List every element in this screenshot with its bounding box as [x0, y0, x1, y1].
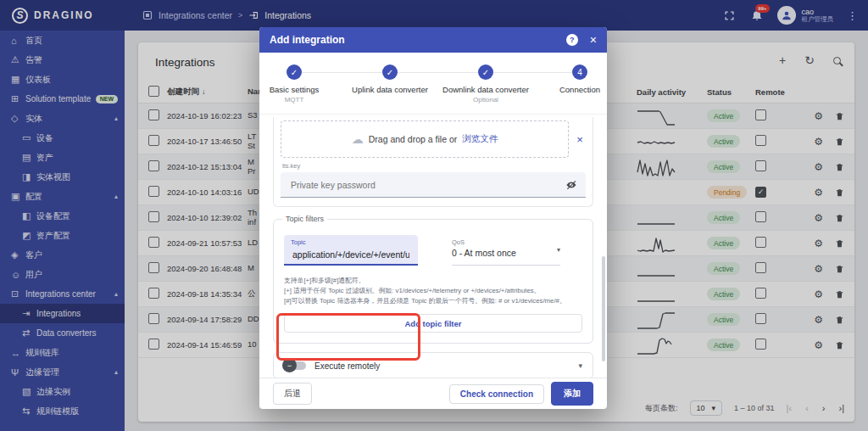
step-check-icon: ✓ [287, 64, 302, 80]
key-upload-section: ☁ Drag and drop a file or 浏览文件 × tls.key [273, 117, 593, 207]
stepper: ✓ Basic settings MQTT ✓ Uplink data conv… [259, 53, 607, 115]
execute-remotely-label: Execute remotely [314, 361, 380, 371]
dialog-footer: 后退 Check connection 添加 [259, 378, 607, 409]
back-button[interactable]: 后退 [273, 383, 312, 405]
help-icon[interactable]: ? [566, 34, 578, 46]
dialog-body: ☁ Drag and drop a file or 浏览文件 × tls.key… [259, 115, 607, 378]
private-key-password-field[interactable] [281, 172, 586, 198]
clear-file-icon[interactable]: × [574, 133, 586, 146]
topic-filters-section: Topic filters Topic QoS 0 - At most once… [273, 219, 593, 344]
chevron-down-icon[interactable]: ▾ [578, 361, 582, 370]
dialog-title: Add integration [270, 34, 345, 46]
execute-remotely-toggle[interactable]: − [284, 361, 306, 370]
browse-file-link[interactable]: 浏览文件 [462, 133, 498, 145]
app-window: S DRAGINO Integrations center > Integrat… [0, 0, 868, 431]
topic-help-text: 支持单[+]和多级[#]通配符。 [+] 适用于任何 Topic 过滤级别。例如… [284, 276, 582, 306]
file-dropzone[interactable]: ☁ Drag and drop a file or 浏览文件 [281, 120, 569, 158]
toggle-knob: − [282, 358, 297, 372]
step-uplink-converter[interactable]: ✓ Uplink data converter [343, 64, 437, 96]
file-name-caption: tls.key [282, 162, 586, 170]
private-key-password-input[interactable] [289, 179, 565, 191]
topic-label: Topic [291, 238, 411, 246]
dropzone-text: Drag and drop a file or [369, 134, 457, 144]
qos-select[interactable]: QoS 0 - At most once ▾ [452, 235, 560, 266]
dialog-scrollbar[interactable] [602, 256, 605, 361]
step-check-icon: ✓ [382, 64, 398, 80]
cloud-upload-icon: ☁ [352, 132, 364, 146]
topic-filters-legend: Topic filters [282, 215, 327, 223]
caret-down-icon: ▾ [557, 246, 560, 254]
add-topic-filter-button[interactable]: Add topic filter [284, 314, 582, 333]
qos-label: QoS [452, 238, 560, 246]
step-number: 4 [572, 64, 587, 80]
check-connection-button[interactable]: Check connection [449, 384, 544, 404]
dialog-header: Add integration ? × [259, 27, 607, 53]
execute-remotely-panel[interactable]: − Execute remotely ▾ [273, 352, 593, 378]
visibility-off-icon[interactable] [565, 179, 577, 191]
close-icon[interactable]: × [590, 33, 597, 47]
qos-value: 0 - At most once [452, 248, 560, 258]
topic-input[interactable] [291, 249, 411, 260]
step-downlink-converter[interactable]: ✓ Downlink data converter Optional [439, 64, 532, 104]
topic-filter-field[interactable]: Topic [284, 235, 418, 266]
add-button[interactable]: 添加 [551, 382, 593, 406]
step-basic-settings[interactable]: ✓ Basic settings MQTT [248, 64, 341, 104]
step-connection[interactable]: 4 Connection [533, 64, 626, 96]
step-check-icon: ✓ [478, 64, 493, 80]
add-integration-dialog: Add integration ? × ✓ Basic settings MQT… [259, 27, 607, 409]
